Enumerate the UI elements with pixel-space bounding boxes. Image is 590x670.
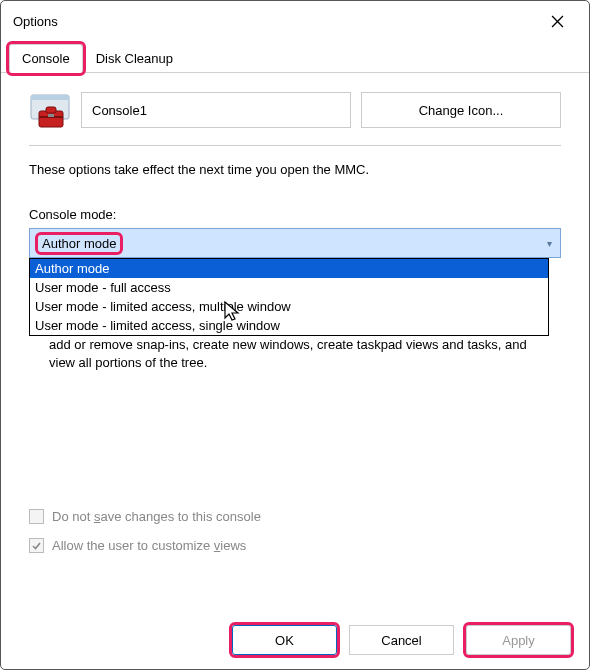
change-icon-label: Change Icon... [419, 103, 504, 118]
cancel-button[interactable]: Cancel [349, 625, 454, 655]
option-author-mode[interactable]: Author mode [30, 259, 548, 278]
combo-area: Author mode ▾ Author mode User mode - fu… [29, 228, 561, 258]
titlebar: Options [1, 1, 589, 39]
checkbox-do-not-save-box [29, 509, 44, 524]
close-icon [551, 15, 564, 28]
console-mode-value-highlight: Author mode [38, 235, 120, 252]
tab-console-label: Console [22, 51, 70, 66]
svg-rect-3 [31, 95, 69, 100]
console-mode-value: Author mode [42, 236, 116, 251]
checkbox-do-not-save: Do not save changes to this console [29, 509, 261, 524]
option-user-full-label: User mode - full access [35, 280, 171, 295]
option-user-limited-multiple[interactable]: User mode - limited access, multiple win… [30, 297, 548, 316]
change-icon-button[interactable]: Change Icon... [361, 92, 561, 128]
tab-disk-cleanup-label: Disk Cleanup [96, 51, 173, 66]
checkbox-allow-customize-label: Allow the user to customize views [52, 538, 246, 553]
chevron-down-icon: ▾ [547, 238, 552, 249]
toolbox-icon [29, 89, 71, 131]
option-user-limited-single[interactable]: User mode - limited access, single windo… [30, 316, 548, 335]
options-window: Options Console Disk Cleanup [0, 0, 590, 670]
top-row: Console1 Change Icon... [29, 89, 561, 131]
checkbox-do-not-save-label: Do not save changes to this console [52, 509, 261, 524]
cancel-label: Cancel [381, 633, 421, 648]
intro-text: These options take effect the next time … [29, 162, 561, 177]
window-title: Options [13, 14, 58, 29]
option-user-limited-multiple-label: User mode - limited access, multiple win… [35, 299, 291, 314]
ok-label: OK [275, 633, 294, 648]
apply-label: Apply [502, 633, 535, 648]
svg-rect-7 [48, 114, 54, 117]
button-row: OK Cancel Apply [232, 625, 571, 655]
mode-description: add or remove snap-ins, create new windo… [49, 336, 541, 371]
svg-rect-6 [46, 107, 56, 113]
console-mode-label-text: Console mode: [29, 207, 116, 222]
console-icon [29, 89, 71, 131]
tab-content: Console1 Change Icon... These options ta… [1, 73, 589, 258]
console-name-input[interactable]: Console1 [81, 92, 351, 128]
checkbox-block: Do not save changes to this console Allo… [29, 501, 261, 553]
console-mode-label: Console mode: [29, 207, 561, 222]
apply-button[interactable]: Apply [466, 625, 571, 655]
console-name-value: Console1 [92, 103, 147, 118]
option-author-label: Author mode [35, 261, 109, 276]
console-mode-dropdown[interactable]: Author mode ▾ [29, 228, 561, 258]
console-mode-options-list: Author mode User mode - full access User… [29, 258, 549, 336]
tab-console[interactable]: Console [9, 44, 83, 73]
checkbox-allow-customize: Allow the user to customize views [29, 538, 261, 553]
tab-disk-cleanup[interactable]: Disk Cleanup [83, 44, 186, 73]
option-user-limited-single-label: User mode - limited access, single windo… [35, 318, 280, 333]
ok-button[interactable]: OK [232, 625, 337, 655]
separator [29, 145, 561, 146]
checkbox-allow-customize-box [29, 538, 44, 553]
tab-row: Console Disk Cleanup [1, 43, 589, 73]
option-user-full[interactable]: User mode - full access [30, 278, 548, 297]
checkmark-icon [31, 540, 42, 551]
close-button[interactable] [537, 6, 577, 36]
